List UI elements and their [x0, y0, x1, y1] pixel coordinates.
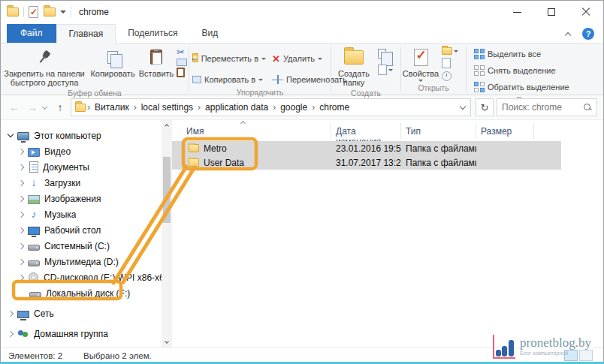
breadcrumb-segment[interactable]: chrome [316, 102, 352, 113]
help-icon[interactable]: ? [582, 28, 594, 40]
cut-icon[interactable]: ✂ [177, 47, 187, 57]
move-to-button[interactable]: ← Переместить в [189, 50, 269, 67]
clear-selection-icon [474, 65, 485, 76]
new-folder-button[interactable]: Создать папку [331, 46, 376, 89]
tab-view[interactable]: Вид [189, 24, 230, 43]
chevron-down-icon [454, 50, 458, 53]
paste-button[interactable]: Вставить [137, 46, 175, 80]
tab-file[interactable]: Файл [7, 24, 56, 43]
scroll-down-icon[interactable] [162, 337, 172, 347]
sidebar-item-drive-c[interactable]: Системный (C:) [1, 238, 162, 254]
chevron-right-icon[interactable] [18, 227, 24, 233]
sidebar-item-music[interactable]: ♪ Музыка [1, 206, 162, 222]
file-row-metro[interactable]: Metro 23.01.2016 19:53 Папка с файлами [172, 141, 561, 155]
tab-home[interactable]: Главная [56, 24, 116, 44]
sidebar-item-desktop[interactable]: Рабочий стол [1, 222, 162, 238]
invert-selection-button[interactable]: Обратить выделение [471, 79, 572, 95]
chevron-right-icon[interactable] [18, 242, 24, 248]
search-box[interactable] [497, 98, 597, 116]
breadcrumb-segment[interactable]: google [277, 102, 310, 113]
column-header-type[interactable]: Тип [401, 123, 476, 140]
chevron-right-icon[interactable] [18, 164, 24, 170]
paste-shortcut-icon[interactable] [177, 68, 185, 77]
history-icon[interactable] [442, 71, 451, 81]
pin-icon [34, 47, 55, 68]
column-header-date[interactable]: Дата изменения [331, 123, 401, 140]
chevron-right-icon[interactable] [18, 211, 24, 217]
sidebar-item-this-pc[interactable]: Этот компьютер [1, 128, 162, 143]
drive-icon [28, 245, 40, 251]
invert-selection-label: Обратить выделение [488, 83, 569, 92]
chevron-down-icon[interactable] [8, 131, 14, 137]
breadcrumb-segment[interactable]: Виталик [92, 102, 132, 113]
up-icon[interactable]: ↑ [53, 101, 68, 113]
properties-button[interactable]: Свойства [401, 46, 440, 83]
divider [71, 7, 71, 17]
search-input[interactable] [502, 102, 583, 113]
qat-customize-chevron-down-icon[interactable] [60, 11, 66, 14]
sidebar-item-local-disk-f[interactable]: Локальный диск (F:) [1, 285, 162, 301]
window-folder-icon [7, 8, 19, 17]
collapse-ribbon-icon[interactable] [565, 32, 571, 38]
chevron-down-icon [418, 80, 423, 82]
scrollbar-thumb[interactable] [163, 157, 171, 223]
breadcrumb-segment[interactable]: application data [202, 102, 271, 113]
new-item-button[interactable] [378, 49, 393, 59]
forward-icon[interactable]: → [25, 101, 40, 113]
file-row-user-data[interactable]: User Data 31.07.2017 13:20 Папка с файла… [172, 155, 561, 170]
sidebar-scrollbar[interactable] [162, 120, 172, 347]
select-all-button[interactable]: Выделить все [471, 46, 544, 62]
sidebar-item-label: Сеть [34, 308, 54, 319]
icons-view-button[interactable] [579, 350, 593, 361]
chevron-right-icon[interactable] [18, 195, 24, 201]
breadcrumb-segment[interactable]: local settings [138, 102, 196, 113]
details-view-button[interactable] [564, 350, 578, 361]
edit-icon[interactable] [442, 58, 451, 68]
sidebar-item-network[interactable]: Сеть [1, 305, 162, 321]
ribbon-group-select: Выделить все Снять выделение Обратить вы… [467, 44, 603, 95]
copy-path-icon[interactable] [177, 59, 187, 66]
copy-to-icon [192, 76, 201, 83]
chevron-right-icon[interactable] [18, 274, 24, 280]
chevron-right-icon[interactable] [18, 148, 24, 154]
chevron-right-icon[interactable] [18, 179, 24, 185]
search-icon[interactable] [583, 103, 592, 112]
refresh-icon[interactable]: ↻ [476, 98, 494, 116]
group-label-organize: Упорядочить [189, 88, 331, 99]
chevron-right-icon[interactable] [8, 310, 14, 316]
easy-access-button[interactable] [378, 65, 393, 75]
chevron-right-icon[interactable] [18, 258, 24, 264]
qat-properties-icon[interactable] [29, 6, 38, 18]
sidebar-item-cd-drive-e[interactable]: CD-дисковод (E:) WPI x86-x64 by OVG [1, 269, 162, 285]
sidebar-item-documents[interactable]: Документы [1, 159, 162, 175]
open-button[interactable] [442, 47, 458, 55]
copy-to-button[interactable]: Копировать в [189, 71, 269, 88]
delete-button[interactable]: ✕ Удалить [269, 50, 325, 67]
clear-selection-button[interactable]: Снять выделение [471, 62, 559, 79]
minimize-button[interactable] [500, 1, 534, 23]
close-button[interactable] [569, 1, 603, 23]
back-icon[interactable]: ← [7, 101, 22, 113]
column-header-name[interactable]: Имя [172, 123, 331, 140]
sidebar-item-label: Рабочий стол [44, 225, 101, 236]
chevron-right-icon[interactable] [8, 330, 14, 336]
column-headers: Имя Дата изменения Тип Размер [172, 123, 603, 140]
sidebar-item-pictures[interactable]: Изображения [1, 191, 162, 206]
sidebar-item-homegroup[interactable]: Домашняя группа [1, 326, 162, 341]
tab-share[interactable]: Поделиться [116, 24, 189, 43]
breadcrumb[interactable]: › Виталик › local settings › application… [71, 98, 471, 116]
column-header-size[interactable]: Размер [476, 123, 534, 140]
pin-to-quick-access-button[interactable]: Закрепить на панели быстрого доступа [1, 46, 88, 89]
copy-button[interactable]: Копировать [88, 46, 137, 80]
address-dropdown-chevron-down-icon[interactable] [455, 99, 470, 116]
sidebar-item-drive-d[interactable]: Мультимедиа (D:) [1, 254, 162, 269]
status-selected-count: Выбрано 2 элем. [83, 351, 152, 360]
easy-access-icon [378, 65, 387, 75]
qat-new-folder-icon[interactable] [44, 8, 56, 17]
ribbon-group-open: Свойства Открыть [401, 44, 466, 95]
recent-locations-chevron-down-icon[interactable] [42, 104, 47, 109]
scroll-up-icon[interactable] [162, 120, 172, 131]
sidebar-item-downloads[interactable]: ↓ Загрузки [1, 175, 162, 191]
maximize-button[interactable] [534, 1, 569, 23]
sidebar-item-videos[interactable]: Видео [1, 143, 162, 159]
